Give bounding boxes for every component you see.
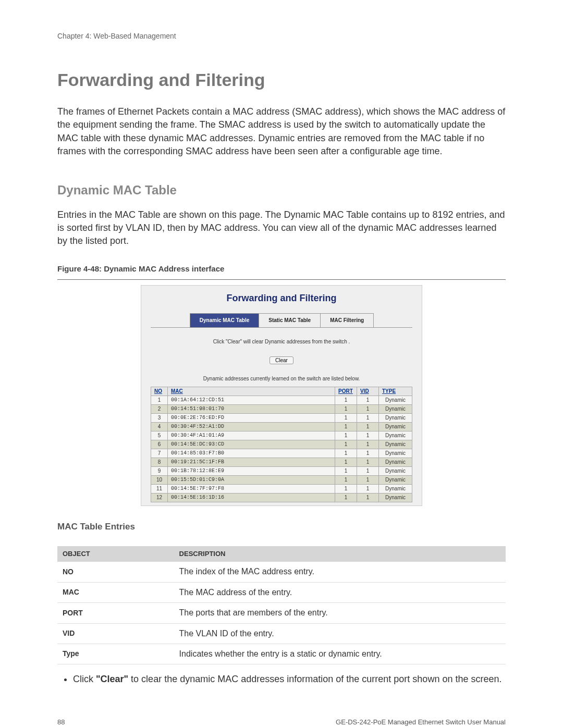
desc-text: The ports that are members of the entry. (174, 603, 506, 623)
cell-type: Dynamic (379, 449, 412, 458)
cell-type: Dynamic (379, 493, 412, 502)
cell-no: 7 (151, 449, 168, 458)
cell-vid: 1 (357, 485, 379, 493)
table-row: 1000:15:5D:01:C9:0A11Dynamic (151, 476, 412, 485)
cell-mac: 00:15:5D:01:C9:0A (168, 476, 335, 485)
screenshot-tabs: Dynamic MAC TableStatic MAC TableMAC Fil… (151, 313, 412, 328)
mac-header-no[interactable]: NO (151, 387, 168, 396)
cell-type: Dynamic (379, 476, 412, 485)
desc-row: PORTThe ports that are members of the en… (57, 603, 506, 623)
cell-vid: 1 (357, 467, 379, 476)
tab-mac-filtering[interactable]: MAC Filtering (320, 313, 374, 327)
cell-port: 1 (335, 423, 357, 431)
cell-no: 8 (151, 458, 168, 467)
note-item: Click "Clear" to clear the dynamic MAC a… (73, 673, 506, 686)
mac-header-mac[interactable]: MAC (168, 387, 335, 396)
tab-dynamic-mac-table[interactable]: Dynamic MAC Table (190, 313, 259, 327)
entries-heading: MAC Table Entries (57, 521, 506, 533)
cell-port: 1 (335, 431, 357, 440)
cell-vid: 1 (357, 476, 379, 485)
desc-header-object: OBJECT (57, 546, 174, 562)
table-row: 500:30:4F:A1:01:A911Dynamic (151, 431, 412, 440)
mac-header-vid[interactable]: VID (357, 387, 379, 396)
note-suffix: to clear the dynamic MAC addresses infor… (128, 674, 501, 684)
tab-static-mac-table[interactable]: Static MAC Table (259, 313, 321, 327)
cell-vid: 1 (357, 423, 379, 431)
clear-hint: Click "Clear" will clear Dynamic address… (151, 338, 412, 346)
cell-no: 12 (151, 493, 168, 502)
cell-port: 1 (335, 493, 357, 502)
cell-port: 1 (335, 449, 357, 458)
cell-no: 9 (151, 467, 168, 476)
cell-type: Dynamic (379, 485, 412, 493)
cell-mac: 00:0E:2E:76:ED:FD (168, 414, 335, 423)
table-hint: Dynamic addresses currently learned on t… (151, 375, 412, 382)
note-prefix: Click (73, 674, 96, 684)
cell-type: Dynamic (379, 414, 412, 423)
screenshot-panel: Forwarding and Filtering Dynamic MAC Tab… (141, 285, 422, 506)
cell-no: 1 (151, 396, 168, 405)
cell-mac: 00:14:85:03:F7:B0 (168, 449, 335, 458)
cell-mac: 00:30:4F:52:A1:DD (168, 423, 335, 431)
table-row: 1200:14:5E:16:1D:1611Dynamic (151, 493, 412, 502)
cell-vid: 1 (357, 431, 379, 440)
figure-caption: Figure 4-48: Dynamic MAC Address interfa… (57, 263, 506, 274)
cell-port: 1 (335, 414, 357, 423)
chapter-header: Chapter 4: Web-Based Management (57, 31, 506, 42)
desc-object: MAC (57, 582, 174, 602)
desc-text: The VLAN ID of the entry. (174, 623, 506, 644)
desc-object: NO (57, 562, 174, 582)
table-row: 900:1B:78:12:8E:E911Dynamic (151, 467, 412, 476)
table-row: 600:14:5E:DC:93:CD11Dynamic (151, 440, 412, 449)
mac-header-port[interactable]: PORT (335, 387, 357, 396)
intro-paragraph: The frames of Ethernet Packets contain a… (57, 105, 506, 158)
cell-port: 1 (335, 458, 357, 467)
cell-port: 1 (335, 440, 357, 449)
cell-type: Dynamic (379, 396, 412, 405)
desc-text: The MAC address of the entry. (174, 582, 506, 602)
cell-vid: 1 (357, 414, 379, 423)
page-title: Forwarding and Filtering (57, 68, 506, 93)
cell-no: 6 (151, 440, 168, 449)
cell-no: 3 (151, 414, 168, 423)
page-number: 88 (57, 718, 65, 727)
desc-text: Indicates whether the entry is a static … (174, 644, 506, 664)
table-row: 1100:14:5E:7F:97:F811Dynamic (151, 485, 412, 493)
table-row: 400:30:4F:52:A1:DD11Dynamic (151, 423, 412, 431)
cell-vid: 1 (357, 458, 379, 467)
desc-object: PORT (57, 603, 174, 623)
cell-type: Dynamic (379, 405, 412, 414)
table-row: 700:14:85:03:F7:B011Dynamic (151, 449, 412, 458)
page-footer: 88 GE-DS-242-PoE Managed Ethernet Switch… (57, 718, 506, 727)
cell-vid: 1 (357, 396, 379, 405)
cell-type: Dynamic (379, 431, 412, 440)
table-row: 200:14:51:98:01:7011Dynamic (151, 405, 412, 414)
note-bold: "Clear" (96, 674, 128, 684)
desc-row: TypeIndicates whether the entry is a sta… (57, 644, 506, 664)
desc-header-description: DESCRIPTION (174, 546, 506, 562)
cell-no: 2 (151, 405, 168, 414)
clear-button[interactable]: Clear (270, 356, 293, 364)
cell-vid: 1 (357, 405, 379, 414)
cell-no: 5 (151, 431, 168, 440)
cell-vid: 1 (357, 440, 379, 449)
cell-mac: 00:14:5E:DC:93:CD (168, 440, 335, 449)
cell-type: Dynamic (379, 440, 412, 449)
cell-port: 1 (335, 396, 357, 405)
cell-no: 10 (151, 476, 168, 485)
cell-type: Dynamic (379, 423, 412, 431)
cell-port: 1 (335, 405, 357, 414)
table-row: 100:1A:64:12:CD:5111Dynamic (151, 396, 412, 405)
cell-mac: 00:19:21:5C:1F:FB (168, 458, 335, 467)
table-row: 300:0E:2E:76:ED:FD11Dynamic (151, 414, 412, 423)
cell-no: 4 (151, 423, 168, 431)
desc-text: The index of the MAC address entry. (174, 562, 506, 582)
description-table: OBJECT DESCRIPTION NOThe index of the MA… (57, 546, 506, 664)
notes-list: Click "Clear" to clear the dynamic MAC a… (57, 673, 506, 686)
cell-mac: 00:30:4F:A1:01:A9 (168, 431, 335, 440)
cell-mac: 00:1B:78:12:8E:E9 (168, 467, 335, 476)
cell-type: Dynamic (379, 458, 412, 467)
desc-row: MACThe MAC address of the entry. (57, 582, 506, 602)
mac-header-type[interactable]: TYPE (379, 387, 412, 396)
caption-rule (57, 279, 506, 280)
